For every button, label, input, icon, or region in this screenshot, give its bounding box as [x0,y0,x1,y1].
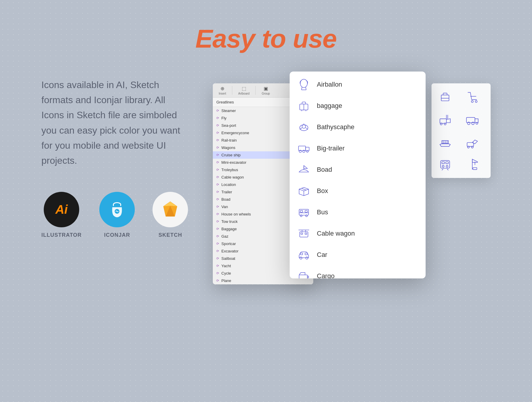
layer-icon: ⟳ [216,161,219,164]
header: Easy to use [0,0,532,72]
baggage-icon [297,99,311,113]
artboard-icon: ⬚ [242,86,246,91]
layer-label: Cruise ship [221,153,241,157]
dropdown-item-cable-wagon[interactable]: Cable wagon [290,223,426,244]
description-text: Icons available in AI, Sketch formats an… [41,77,189,168]
svg-rect-74 [442,162,445,164]
dropdown-item-bathyscaphe[interactable]: Bathyscaphe [290,116,426,138]
left-section: Icons available in AI, Sketch formats an… [41,72,189,238]
svg-rect-31 [305,233,307,234]
layer-icon: ⟳ [216,175,219,179]
svg-point-16 [303,150,305,153]
layer-icon: ⟳ [216,190,219,194]
layer-label: House on wheels [221,212,251,216]
dropdown-panel: Airballon baggage Bathysca [290,72,426,278]
insert-icon: ⊕ [220,86,224,91]
dropdown-list[interactable]: Airballon baggage Bathysca [290,72,426,278]
iconjar-label: ICONJAR [104,232,130,238]
layer-label: Plane [221,278,231,283]
svg-rect-60 [466,117,475,123]
layer-icon: ⟳ [216,264,219,268]
ship-cargo-icon [439,135,452,148]
iconjar-icon-circle [99,192,135,227]
trolley-icon [466,90,479,103]
right-icon-1 [436,88,454,106]
dropdown-item-boad[interactable]: Boad [290,159,426,180]
cargo-label: Cargo [317,272,335,278]
layer-label: Rail-train [221,138,237,142]
group-label: Group [262,92,270,95]
svg-point-61 [468,122,470,125]
layer-label: Steamer [221,108,236,113]
svg-point-11 [302,125,306,128]
layer-label: Location [221,182,236,187]
boad-label: Boad [317,166,332,174]
layers-group-name: Greatlines [216,100,234,104]
dropdown-item-cargo[interactable]: Cargo [290,265,426,278]
layer-icon: ⟳ [216,109,219,113]
layer-label: Cable wagon [221,175,244,179]
page-title: Easy to use [0,24,532,54]
layer-label: Sportcar [221,241,236,246]
svg-marker-2 [163,202,177,206]
illustrator-icon-circle: Ai [44,192,79,227]
layer-label: Gaz [221,234,228,239]
layer-icon: ⟳ [216,183,219,187]
svg-point-53 [475,100,477,103]
toolbar-artboard-btn[interactable]: ⬚ Artboard [236,85,252,96]
layer-icon: ⟳ [216,257,219,260]
illustrator-label: ILLUSTRATOR [41,232,82,238]
dropdown-item-bus[interactable]: Bus [290,202,426,223]
right-icon-2 [463,88,481,106]
main-content: Icons available in AI, Sketch formats an… [0,72,532,308]
layer-label: Boad [221,197,230,202]
layer-icon: ⟳ [216,212,219,216]
svg-rect-50 [441,95,449,101]
dropdown-item-box[interactable]: Box [290,180,426,202]
forklift-icon [439,113,452,126]
right-icon-4 [463,111,481,128]
layer-icon: ⟳ [216,153,219,157]
toolbar-group-btn[interactable]: ▣ Group [259,85,272,96]
boad-icon [297,163,311,177]
layer-label: Sailboat [221,256,235,261]
svg-point-73 [446,165,448,167]
bus-label: Bus [317,208,328,216]
box-label: Box [317,187,328,195]
layer-icon: ⟳ [216,279,219,283]
layer-icon: ⟳ [216,220,219,223]
dropdown-item-big-trailer[interactable]: Big-trailer [290,138,426,159]
dropdown-item-airballon[interactable]: Airballon [290,74,426,95]
insert-label: Insert [219,92,226,95]
layer-label: Trailer [221,190,232,194]
excavator-right-icon [466,135,479,148]
svg-rect-55 [440,119,446,123]
dropdown-item-car[interactable]: Car [290,244,426,265]
right-icon-5 [436,133,454,151]
layer-icon: ⟳ [216,227,219,231]
toolbar-sep-2 [255,86,256,95]
layer-label: Van [221,205,228,209]
svg-rect-36 [299,275,307,278]
layer-icon: ⟳ [216,271,219,275]
dropdown-item-baggage[interactable]: baggage [290,95,426,116]
svg-point-34 [300,257,302,259]
svg-point-10 [300,125,308,131]
bathyscaphe-label: Bathyscaphe [317,123,354,131]
layer-icon: ⟳ [216,168,219,172]
layer-label: Baggage [221,227,237,231]
svg-rect-32 [300,253,303,255]
right-icon-8 [463,155,481,173]
layer-icon: ⟳ [216,242,219,246]
sketch-icon-circle [153,192,188,227]
svg-line-76 [442,169,443,170]
layer-label: Mini-excavator [221,160,246,165]
crane-icon [466,158,479,171]
right-section: ⊕ Insert ⬚ Artboard ▣ Group [213,72,491,308]
truck-icon [466,113,479,126]
toolbar-insert-btn[interactable]: ⊕ Insert [216,85,228,96]
bathyscaphe-icon [297,120,311,134]
cable-wagon-label: Cable wagon [317,230,355,237]
sketch-diamond-icon [160,199,181,220]
svg-rect-14 [306,147,309,151]
